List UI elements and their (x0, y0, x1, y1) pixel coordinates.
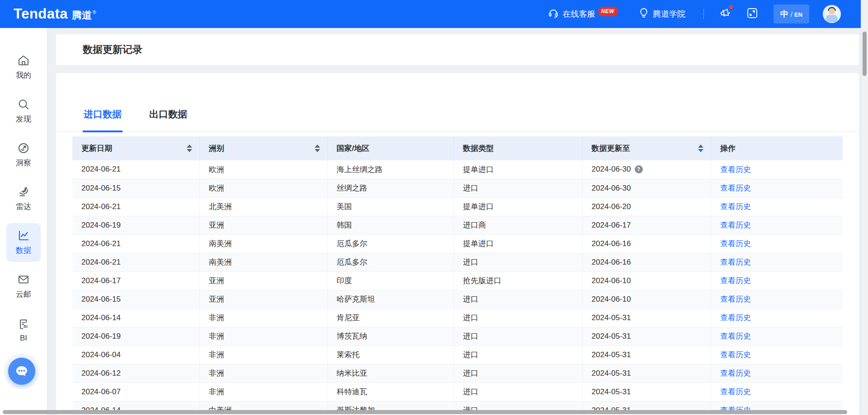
cell-country: 厄瓜多尔 (327, 234, 453, 253)
bi-icon: BI (17, 318, 30, 331)
cell-actions: 查看历史 (711, 234, 843, 253)
cell-continent: 非洲 (199, 327, 327, 345)
mail-icon (17, 273, 30, 286)
view-history-link[interactable]: 查看历史 (720, 184, 751, 192)
view-history-link[interactable]: 查看历史 (720, 369, 751, 378)
cell-updated-to: 2024-05-31 (582, 327, 711, 345)
cell-continent: 南美洲 (199, 234, 327, 253)
tab-import-data[interactable]: 进口数据 (83, 108, 123, 131)
help-question-icon[interactable]: ? (635, 165, 643, 173)
cell-updated-to: 2024-06-16 (582, 234, 711, 253)
table-row: 2024-06-07非洲科特迪瓦进口2024-05-31查看历史 (72, 382, 843, 401)
cell-actions: 查看历史 (711, 382, 843, 401)
updated-to-date: 2024-06-20 (592, 202, 631, 211)
view-history-link[interactable]: 查看历史 (720, 313, 751, 322)
cell-actions: 查看历史 (711, 290, 843, 308)
chat-support-button[interactable] (4, 353, 40, 389)
table-row: 2024-06-17亚洲印度抢先版进口2024-06-10查看历史 (72, 271, 843, 290)
column-header-update-date[interactable]: 更新日期 (72, 136, 199, 160)
table-row: 2024-06-21欧洲海上丝绸之路提单进口2024-06-30?查看历史 (72, 160, 843, 179)
view-history-link[interactable]: 查看历史 (720, 202, 751, 211)
cell-data-type: 进口 (453, 253, 582, 271)
cell-update-date: 2024-06-21 (72, 160, 199, 179)
cell-data-type: 提单进口 (453, 234, 582, 253)
announcement-button[interactable] (719, 7, 731, 21)
column-header-continent[interactable]: 洲别 (199, 136, 327, 160)
cell-data-type: 进口商 (453, 216, 582, 234)
table-row: 2024-06-21南美洲厄瓜多尔提单进口2024-06-16查看历史 (72, 234, 843, 253)
table-row: 2024-06-12非洲纳米比亚进口2024-05-31查看历史 (72, 364, 843, 382)
sidebar-item-cloudmail[interactable]: 云邮 (6, 267, 41, 306)
view-history-link[interactable]: 查看历史 (720, 221, 751, 229)
cell-country: 哈萨克斯坦 (327, 290, 453, 308)
horizontal-scrollbar-thumb[interactable] (3, 410, 847, 414)
column-header-country: 国家/地区 (327, 136, 453, 160)
tabs-bar: 进口数据 出口数据 (56, 73, 859, 132)
bulb-icon (639, 8, 653, 21)
view-history-link[interactable]: 查看历史 (720, 332, 751, 340)
logo[interactable]: Tendata 腾道 ® (14, 6, 96, 22)
cell-update-date: 2024-06-12 (72, 364, 199, 382)
sidebar-item-discover-label: 发现 (16, 114, 31, 124)
cell-actions: 查看历史 (711, 327, 843, 345)
cell-country: 海上丝绸之路 (327, 160, 453, 179)
lang-zh-label: 中 (780, 9, 788, 19)
cell-data-type: 提单进口 (453, 160, 582, 179)
cell-updated-to: 2024-06-16 (582, 253, 711, 271)
sidebar-item-radar[interactable]: 雷达 (6, 179, 41, 218)
view-history-link[interactable]: 查看历史 (720, 276, 751, 285)
sort-icon-active-desc[interactable] (698, 145, 703, 152)
vertical-scrollbar-track[interactable] (861, 0, 868, 415)
vertical-scrollbar-thumb[interactable] (863, 32, 867, 76)
page-title: 数据更新记录 (83, 43, 142, 56)
user-avatar[interactable] (823, 5, 841, 23)
sidebar-item-discover[interactable]: 发现 (6, 92, 41, 131)
nav-online-service-label: 在线客服 (563, 9, 595, 19)
cell-updated-to: 2024-05-31 (582, 382, 711, 401)
cell-continent: 亚洲 (199, 216, 327, 234)
sort-icon[interactable] (315, 145, 320, 152)
sidebar-item-bi[interactable]: BI BI (6, 311, 41, 350)
updated-to-date: 2024-05-31 (592, 387, 631, 396)
updated-to-date: 2024-06-30 (592, 184, 631, 193)
fullscreen-button[interactable] (746, 7, 758, 21)
table-body: 2024-06-21欧洲海上丝绸之路提单进口2024-06-30?查看历史202… (72, 160, 843, 415)
view-history-link[interactable]: 查看历史 (720, 165, 751, 174)
view-history-link[interactable]: 查看历史 (720, 295, 751, 303)
cell-continent: 欧洲 (199, 160, 327, 179)
header-divider (703, 9, 704, 19)
nav-online-service[interactable]: 在线客服 NEW (548, 8, 618, 21)
cell-updated-to: 2024-06-10 (582, 271, 711, 290)
language-switcher[interactable]: 中 / EN (774, 5, 809, 23)
nav-academy[interactable]: 腾道学院 (639, 8, 685, 21)
cell-actions: 查看历史 (711, 179, 843, 197)
view-history-link[interactable]: 查看历史 (720, 350, 751, 359)
cell-update-date: 2024-06-19 (72, 216, 199, 234)
view-history-link[interactable]: 查看历史 (720, 239, 751, 248)
sidebar-item-my[interactable]: 我的 (6, 48, 41, 87)
tab-export-data[interactable]: 出口数据 (148, 108, 188, 131)
data-update-table: 更新日期 洲别 国家/地区 数据类型 (72, 136, 843, 415)
column-header-updated-to[interactable]: 数据更新至 (582, 136, 711, 160)
notification-dot (729, 5, 733, 9)
cell-actions: 查看历史 (711, 160, 843, 179)
cell-country: 莱索托 (327, 345, 453, 364)
cell-country: 博茨瓦纳 (327, 327, 453, 345)
cell-country: 美国 (327, 197, 453, 216)
sidebar-item-insight[interactable]: 洞察 (6, 135, 41, 174)
cell-data-type: 进口 (453, 308, 582, 327)
column-label: 操作 (720, 143, 736, 154)
sidebar-item-insight-label: 洞察 (16, 158, 31, 168)
view-history-link[interactable]: 查看历史 (720, 387, 751, 396)
updated-to-date: 2024-06-16 (592, 239, 631, 248)
cell-data-type: 进口 (453, 382, 582, 401)
sort-icon[interactable] (187, 145, 192, 152)
table-row: 2024-06-21北美洲美国提单进口2024-06-20查看历史 (72, 197, 843, 216)
view-history-link[interactable]: 查看历史 (720, 258, 751, 266)
cell-actions: 查看历史 (711, 308, 843, 327)
avatar-face (829, 8, 835, 14)
updated-to-date: 2024-06-17 (592, 221, 631, 230)
sidebar-item-data[interactable]: 数据 (6, 223, 41, 262)
svg-text:BI: BI (24, 324, 28, 328)
main-content: 数据更新记录 进口数据 出口数据 (56, 28, 859, 415)
